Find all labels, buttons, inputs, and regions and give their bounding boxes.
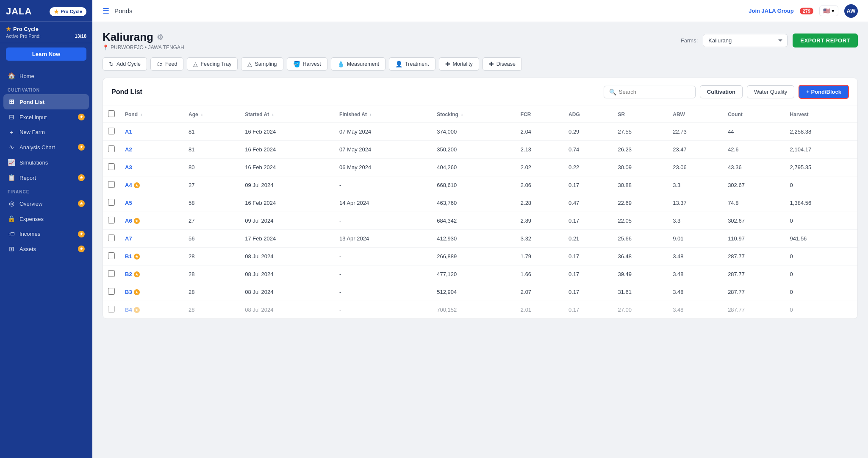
row-checkbox[interactable]: [108, 128, 115, 134]
export-report-button[interactable]: EXPORT REPORT: [793, 34, 858, 47]
tab-cultivation[interactable]: Cultivation: [700, 85, 743, 98]
simulations-icon: 📈: [8, 159, 15, 166]
settings-gear-icon[interactable]: ⚙: [157, 33, 164, 42]
cell-adg: 0.29: [563, 123, 613, 141]
pond-link[interactable]: A2: [125, 146, 132, 153]
pond-link[interactable]: B1: [125, 253, 132, 260]
hamburger-icon[interactable]: ☰: [103, 6, 109, 16]
cell-adg: 0.17: [563, 248, 613, 265]
search-icon: 🔍: [609, 89, 616, 95]
table-row: A7 56 17 Feb 2024 13 Apr 2024 412,930 3.…: [103, 230, 857, 248]
cell-stocking: 668,610: [432, 176, 516, 194]
sidebar-item-label: Incomes: [19, 231, 40, 237]
harvest-button[interactable]: 🪣 Harvest: [287, 57, 327, 71]
pond-link[interactable]: A3: [125, 164, 132, 170]
row-checkbox[interactable]: [108, 217, 115, 223]
feeding-tray-button[interactable]: △ Feeding Tray: [187, 57, 238, 71]
search-input[interactable]: [619, 89, 690, 95]
table-row: B3★ 28 08 Jul 2024 - 512,904 2.07 0.17 3…: [103, 283, 857, 301]
pond-link[interactable]: A6: [125, 218, 132, 224]
row-checkbox[interactable]: [108, 145, 115, 152]
sidebar-item-label: Excel Input: [19, 114, 47, 120]
measurement-button[interactable]: 💧 Measurement: [331, 57, 385, 71]
row-checkbox[interactable]: [108, 288, 115, 295]
pond-link[interactable]: B2: [125, 271, 132, 277]
disease-button[interactable]: ✚ Disease: [483, 57, 522, 71]
cell-stocking: 404,260: [432, 159, 516, 176]
learn-now-button[interactable]: Learn Now: [6, 47, 86, 61]
cell-fcr: 2.13: [516, 141, 563, 159]
cell-abw: 3.48: [668, 301, 723, 319]
sidebar-item-report[interactable]: 📋 Report ★: [0, 170, 92, 185]
pond-link[interactable]: A5: [125, 200, 132, 206]
sidebar-item-expenses[interactable]: 🔒 Expenses: [0, 211, 92, 226]
cell-harvest: 941.56: [785, 230, 857, 248]
table-row: B1★ 28 08 Jul 2024 - 266,889 1.79 0.17 3…: [103, 248, 857, 265]
cell-stocking: 700,152: [432, 301, 516, 319]
row-checkbox[interactable]: [108, 252, 115, 259]
farms-selector[interactable]: Kaliurang: [703, 34, 788, 47]
sidebar-item-pond-list[interactable]: ⊞ Pond List: [3, 94, 89, 109]
sidebar-item-home[interactable]: 🏠 Home: [0, 68, 92, 84]
feed-button[interactable]: 🗂 Feed: [150, 57, 184, 71]
cell-age: 28: [183, 248, 240, 265]
sidebar-item-label: Simulations: [19, 159, 48, 166]
sampling-button[interactable]: △ Sampling: [241, 57, 283, 71]
row-checkbox[interactable]: [108, 306, 115, 313]
cell-stocking: 463,760: [432, 194, 516, 212]
select-all-checkbox[interactable]: [108, 110, 115, 117]
pond-link[interactable]: A4: [125, 182, 132, 188]
mortality-button[interactable]: ✚ Mortality: [439, 57, 479, 71]
language-selector[interactable]: 🇺🇸 ▾: [819, 6, 838, 16]
sidebar-item-analysis-chart[interactable]: ∿ Analysis Chart ★: [0, 140, 92, 155]
incomes-icon: 🏷: [8, 230, 15, 237]
user-avatar[interactable]: AW: [844, 4, 858, 18]
pro-indicator: ★: [134, 182, 140, 188]
row-checkbox[interactable]: [108, 270, 115, 277]
cell-stocking: 266,889: [432, 248, 516, 265]
new-farm-icon: +: [8, 128, 15, 136]
cell-count: 44: [723, 123, 785, 141]
row-checkbox[interactable]: [108, 235, 115, 241]
sidebar-item-excel-input[interactable]: ⊟ Excel Input ★: [0, 109, 92, 125]
sidebar-item-overview[interactable]: ◎ Overview ★: [0, 196, 92, 211]
sidebar-item-simulations[interactable]: 📈 Simulations: [0, 155, 92, 170]
analysis-pro-badge: ★: [78, 144, 85, 151]
notification-badge[interactable]: 279: [800, 8, 813, 14]
cell-age: 80: [183, 159, 240, 176]
cell-sr: 27.55: [613, 123, 668, 141]
cell-age: 27: [183, 176, 240, 194]
join-jala-link[interactable]: Join JALA Group: [749, 8, 793, 14]
cell-pond: A1: [120, 123, 183, 141]
treatment-button[interactable]: 👤 Treatment: [389, 57, 435, 71]
cell-age: 28: [183, 301, 240, 319]
sidebar-item-incomes[interactable]: 🏷 Incomes ★: [0, 226, 92, 241]
pro-indicator: ★: [134, 307, 140, 313]
pond-link[interactable]: B4: [125, 307, 132, 313]
sampling-icon: △: [247, 61, 252, 67]
cell-abw: 3.3: [668, 176, 723, 194]
cell-started-at: 16 Feb 2024: [240, 194, 334, 212]
row-checkbox[interactable]: [108, 199, 115, 206]
add-cycle-button[interactable]: ↻ Add Cycle: [103, 57, 147, 71]
pond-link[interactable]: B3: [125, 289, 132, 295]
mortality-icon: ✚: [445, 61, 450, 67]
pond-list-title: Pond List: [111, 88, 142, 96]
pond-link[interactable]: A7: [125, 235, 132, 242]
row-checkbox[interactable]: [108, 163, 115, 170]
sidebar-item-new-farm[interactable]: + New Farm: [0, 125, 92, 140]
pond-link[interactable]: A1: [125, 128, 132, 135]
sidebar-item-assets[interactable]: ⊞ Assets ★: [0, 241, 92, 257]
cell-sr: 39.49: [613, 265, 668, 283]
pond-list-card: Pond List 🔍 Cultivation Water Quality + …: [103, 78, 858, 319]
cell-started-at: 08 Jul 2024: [240, 283, 334, 301]
cell-harvest: 2,104.17: [785, 141, 857, 159]
pond-table: Pond ↕ Age ↕ Started At ↕ Finished At ↕ …: [103, 106, 857, 318]
pro-indicator: ★: [134, 218, 140, 224]
tab-water-quality[interactable]: Water Quality: [747, 85, 794, 98]
row-checkbox[interactable]: [108, 181, 115, 188]
pro-cycle-badge[interactable]: ★ Pro Cycle: [50, 7, 86, 16]
cell-age: 81: [183, 123, 240, 141]
cell-sr: 30.88: [613, 176, 668, 194]
tab-pond-block[interactable]: + Pond/Block: [799, 85, 849, 99]
